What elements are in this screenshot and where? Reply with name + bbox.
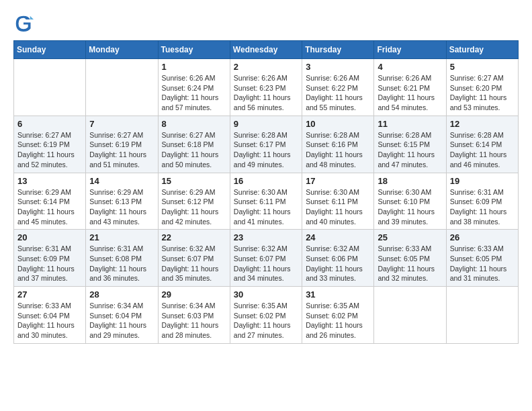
day-info: Sunrise: 6:31 AM Sunset: 6:08 PM Dayligh…	[89, 244, 154, 283]
calendar-day-cell: 19Sunrise: 6:31 AM Sunset: 6:09 PM Dayli…	[446, 173, 518, 230]
calendar-day-cell: 16Sunrise: 6:30 AM Sunset: 6:11 PM Dayli…	[230, 173, 302, 230]
calendar-day-cell	[86, 59, 158, 116]
calendar-day-cell: 6Sunrise: 6:27 AM Sunset: 6:19 PM Daylig…	[14, 116, 86, 173]
calendar-day-cell: 17Sunrise: 6:30 AM Sunset: 6:11 PM Dayli…	[302, 173, 374, 230]
calendar-day-cell: 11Sunrise: 6:28 AM Sunset: 6:15 PM Dayli…	[374, 116, 446, 173]
day-number: 26	[450, 232, 515, 242]
day-number: 31	[306, 289, 370, 300]
day-info: Sunrise: 6:29 AM Sunset: 6:12 PM Dayligh…	[162, 187, 226, 227]
day-info: Sunrise: 6:26 AM Sunset: 6:23 PM Dayligh…	[234, 73, 298, 113]
day-of-week-header: Saturday	[446, 41, 518, 59]
day-of-week-header: Wednesday	[230, 41, 302, 59]
day-number: 20	[17, 232, 82, 242]
day-number: 17	[306, 176, 370, 186]
calendar-week-row: 1Sunrise: 6:26 AM Sunset: 6:24 PM Daylig…	[14, 59, 519, 116]
calendar-day-cell: 22Sunrise: 6:32 AM Sunset: 6:07 PM Dayli…	[158, 230, 230, 287]
calendar-header-row: SundayMondayTuesdayWednesdayThursdayFrid…	[14, 41, 519, 59]
day-info: Sunrise: 6:27 AM Sunset: 6:19 PM Dayligh…	[17, 130, 82, 170]
calendar-day-cell: 4Sunrise: 6:26 AM Sunset: 6:21 PM Daylig…	[374, 59, 446, 116]
day-number: 16	[234, 176, 298, 186]
page-header	[13, 13, 519, 34]
day-of-week-header: Friday	[374, 41, 446, 59]
day-number: 12	[450, 119, 515, 129]
day-number: 9	[234, 119, 298, 129]
calendar-day-cell: 27Sunrise: 6:33 AM Sunset: 6:04 PM Dayli…	[14, 287, 86, 344]
day-info: Sunrise: 6:33 AM Sunset: 6:05 PM Dayligh…	[378, 244, 442, 283]
day-info: Sunrise: 6:30 AM Sunset: 6:11 PM Dayligh…	[306, 187, 370, 227]
calendar-day-cell: 12Sunrise: 6:28 AM Sunset: 6:14 PM Dayli…	[446, 116, 518, 173]
day-of-week-header: Thursday	[302, 41, 374, 59]
calendar-day-cell: 20Sunrise: 6:31 AM Sunset: 6:09 PM Dayli…	[14, 230, 86, 287]
day-number: 13	[17, 176, 82, 186]
day-info: Sunrise: 6:34 AM Sunset: 6:04 PM Dayligh…	[89, 301, 154, 340]
day-number: 7	[89, 119, 154, 129]
calendar-week-row: 13Sunrise: 6:29 AM Sunset: 6:14 PM Dayli…	[14, 173, 519, 230]
day-info: Sunrise: 6:33 AM Sunset: 6:04 PM Dayligh…	[17, 301, 82, 340]
calendar-day-cell: 1Sunrise: 6:26 AM Sunset: 6:24 PM Daylig…	[158, 59, 230, 116]
day-number: 1	[162, 62, 226, 72]
calendar-week-row: 6Sunrise: 6:27 AM Sunset: 6:19 PM Daylig…	[14, 116, 519, 173]
day-info: Sunrise: 6:26 AM Sunset: 6:24 PM Dayligh…	[162, 73, 226, 113]
day-number: 15	[162, 176, 226, 186]
day-info: Sunrise: 6:26 AM Sunset: 6:22 PM Dayligh…	[306, 73, 370, 113]
day-number: 25	[378, 232, 442, 242]
calendar-day-cell: 10Sunrise: 6:28 AM Sunset: 6:16 PM Dayli…	[302, 116, 374, 173]
calendar-table: SundayMondayTuesdayWednesdayThursdayFrid…	[13, 40, 519, 344]
day-info: Sunrise: 6:34 AM Sunset: 6:03 PM Dayligh…	[162, 301, 226, 340]
day-number: 24	[306, 232, 370, 242]
day-info: Sunrise: 6:30 AM Sunset: 6:11 PM Dayligh…	[234, 187, 298, 227]
calendar-day-cell: 31Sunrise: 6:35 AM Sunset: 6:02 PM Dayli…	[302, 287, 374, 344]
calendar-day-cell: 30Sunrise: 6:35 AM Sunset: 6:02 PM Dayli…	[230, 287, 302, 344]
day-info: Sunrise: 6:28 AM Sunset: 6:16 PM Dayligh…	[306, 130, 370, 170]
logo	[13, 13, 35, 34]
day-info: Sunrise: 6:31 AM Sunset: 6:09 PM Dayligh…	[450, 187, 515, 227]
day-number: 18	[378, 176, 442, 186]
day-info: Sunrise: 6:29 AM Sunset: 6:13 PM Dayligh…	[89, 187, 154, 227]
calendar-day-cell: 23Sunrise: 6:32 AM Sunset: 6:07 PM Dayli…	[230, 230, 302, 287]
calendar-day-cell: 29Sunrise: 6:34 AM Sunset: 6:03 PM Dayli…	[158, 287, 230, 344]
day-number: 8	[162, 119, 226, 129]
calendar-day-cell: 15Sunrise: 6:29 AM Sunset: 6:12 PM Dayli…	[158, 173, 230, 230]
calendar-day-cell: 2Sunrise: 6:26 AM Sunset: 6:23 PM Daylig…	[230, 59, 302, 116]
day-info: Sunrise: 6:28 AM Sunset: 6:17 PM Dayligh…	[234, 130, 298, 170]
calendar-day-cell: 24Sunrise: 6:32 AM Sunset: 6:06 PM Dayli…	[302, 230, 374, 287]
calendar-day-cell: 5Sunrise: 6:27 AM Sunset: 6:20 PM Daylig…	[446, 59, 518, 116]
day-info: Sunrise: 6:27 AM Sunset: 6:20 PM Dayligh…	[450, 73, 515, 113]
day-info: Sunrise: 6:32 AM Sunset: 6:07 PM Dayligh…	[162, 244, 226, 283]
calendar-day-cell: 3Sunrise: 6:26 AM Sunset: 6:22 PM Daylig…	[302, 59, 374, 116]
day-info: Sunrise: 6:28 AM Sunset: 6:15 PM Dayligh…	[378, 130, 442, 170]
calendar-day-cell: 18Sunrise: 6:30 AM Sunset: 6:10 PM Dayli…	[374, 173, 446, 230]
day-info: Sunrise: 6:35 AM Sunset: 6:02 PM Dayligh…	[234, 301, 298, 340]
day-number: 2	[234, 62, 298, 72]
calendar-day-cell: 8Sunrise: 6:27 AM Sunset: 6:18 PM Daylig…	[158, 116, 230, 173]
calendar-day-cell: 7Sunrise: 6:27 AM Sunset: 6:19 PM Daylig…	[86, 116, 158, 173]
day-number: 30	[234, 289, 298, 300]
day-number: 28	[89, 289, 154, 300]
day-info: Sunrise: 6:32 AM Sunset: 6:07 PM Dayligh…	[234, 244, 298, 283]
day-number: 11	[378, 119, 442, 129]
day-number: 6	[17, 119, 82, 129]
calendar-day-cell	[446, 287, 518, 344]
day-info: Sunrise: 6:27 AM Sunset: 6:19 PM Dayligh…	[89, 130, 154, 170]
day-info: Sunrise: 6:26 AM Sunset: 6:21 PM Dayligh…	[378, 73, 442, 113]
day-number: 10	[306, 119, 370, 129]
calendar-day-cell: 13Sunrise: 6:29 AM Sunset: 6:14 PM Dayli…	[14, 173, 86, 230]
day-number: 23	[234, 232, 298, 242]
day-info: Sunrise: 6:32 AM Sunset: 6:06 PM Dayligh…	[306, 244, 370, 283]
day-number: 19	[450, 176, 515, 186]
day-info: Sunrise: 6:33 AM Sunset: 6:05 PM Dayligh…	[450, 244, 515, 283]
day-of-week-header: Monday	[86, 41, 158, 59]
calendar-day-cell	[14, 59, 86, 116]
day-info: Sunrise: 6:28 AM Sunset: 6:14 PM Dayligh…	[450, 130, 515, 170]
day-number: 14	[89, 176, 154, 186]
day-info: Sunrise: 6:35 AM Sunset: 6:02 PM Dayligh…	[306, 301, 370, 340]
calendar-day-cell: 25Sunrise: 6:33 AM Sunset: 6:05 PM Dayli…	[374, 230, 446, 287]
calendar-week-row: 20Sunrise: 6:31 AM Sunset: 6:09 PM Dayli…	[14, 230, 519, 287]
calendar-day-cell: 9Sunrise: 6:28 AM Sunset: 6:17 PM Daylig…	[230, 116, 302, 173]
day-number: 27	[17, 289, 82, 300]
day-of-week-header: Sunday	[14, 41, 86, 59]
day-number: 29	[162, 289, 226, 300]
calendar-day-cell	[374, 287, 446, 344]
calendar-day-cell: 14Sunrise: 6:29 AM Sunset: 6:13 PM Dayli…	[86, 173, 158, 230]
day-info: Sunrise: 6:30 AM Sunset: 6:10 PM Dayligh…	[378, 187, 442, 227]
